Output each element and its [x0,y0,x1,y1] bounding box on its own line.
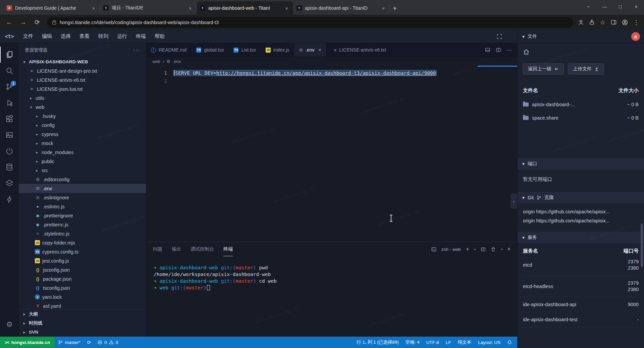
service-row[interactable]: etcd-headless 23792380 [523,276,639,297]
browser-tab-2[interactable]: t 项目 - TitanIDE × [100,1,197,15]
tree-item-yarn-lock[interactable]: yyarn.lock [19,292,146,301]
terminal-output[interactable]: ➜ apisix-dashboard-web git:(master) pwd … [146,256,517,337]
panel-tab-output[interactable]: 输出 [172,242,181,256]
tree-folder-node-modules[interactable]: ▸node_modules [19,148,146,157]
tree-folder-public[interactable]: ▸public [19,157,146,166]
tree-root[interactable]: ▾ APISIX-DASHBOARD-WEB [19,57,146,66]
tree-item-asf-yaml[interactable]: Yasf.yaml [19,301,146,309]
git-remote-row[interactable]: origin https://github.com/apache/apisix.… [523,207,639,216]
maximize-panel-chevron-icon[interactable]: › [501,247,502,252]
tree-folder-cypress[interactable]: ▸cypress [19,130,146,139]
ports-section-header[interactable]: ▾ 端口 [518,158,644,169]
editor-tab-list-tsx[interactable]: TS List.tsx [229,43,261,57]
menu-terminal[interactable]: 终端 [131,30,150,43]
tree-item-copy-folder-mjs[interactable]: JScopy-folder.mjs [19,238,146,247]
problems-status[interactable]: 0 0 [94,337,121,348]
section-svn[interactable]: ▸SVN [19,328,146,337]
indentation-status[interactable]: 空格: 4 [402,337,423,348]
share-icon[interactable] [589,19,595,25]
tree-item-eslintignore[interactable]: ⊘.eslintignore [19,193,146,202]
terminal-shell-select[interactable]: zsh - web [441,247,461,252]
tree-item-prettierrc[interactable]: ◆.prettierrc.js [19,220,146,229]
tree-item-prettierignore[interactable]: ◆.prettierignore [19,211,146,220]
git-remote-row[interactable]: origin https://github.com/apache/apisix.… [523,216,639,225]
panel-tab-terminal[interactable]: 终端 [223,242,233,256]
more-actions-icon[interactable]: ⋯ [506,47,512,53]
editor-tab-readme[interactable]: i README.md [146,43,192,57]
tree-folder-mock[interactable]: ▸mock [19,139,146,148]
translate-icon[interactable]: 文 [579,19,584,25]
tree-item-tsconfig[interactable]: {}tsconfig.json [19,283,146,292]
close-window-button[interactable]: × [628,0,644,13]
editor-tab-index-js[interactable]: JS index.js [261,43,294,57]
browser-menu-icon[interactable]: ⋮ [633,19,639,26]
right-panel-scrollbar[interactable] [641,223,643,267]
power-live-icon[interactable] [0,143,19,159]
tree-folder-utils[interactable]: ▸utils [19,93,146,102]
menu-view[interactable]: 查看 [75,30,94,43]
go-up-button[interactable]: 返回上一级 [523,63,564,75]
section-outline[interactable]: ▸大纲 [19,309,146,319]
settings-gear-icon[interactable]: ⚙ [0,317,19,333]
browser-tab-1[interactable]: A Development Guide | Apache × [3,1,100,15]
run-debug-icon[interactable] [0,95,19,111]
close-tab-icon[interactable]: × [187,5,193,11]
encoding-status[interactable]: UTF-8 [423,337,442,348]
service-row[interactable]: ide-apisix-dashboard-api 9000 [523,297,639,312]
split-terminal-icon[interactable] [481,247,486,252]
media-preview-icon[interactable] [0,127,19,143]
services-section-header[interactable]: ▾ 服务 [518,232,644,243]
user-avatar[interactable]: a [631,32,640,41]
search-icon[interactable] [0,63,19,79]
panel-tab-debug-console[interactable]: 调试控制台 [191,242,214,256]
refresh-button[interactable]: ⟳ [33,18,42,26]
browser-tab-4[interactable]: t apisix-dashboard-api - TitanID × [293,1,390,15]
upload-file-button[interactable]: 上传文件 [568,63,604,75]
sync-icon[interactable]: ⟳ [84,337,94,348]
new-tab-button[interactable]: + [390,3,400,13]
split-editor-icon[interactable] [496,47,501,53]
breadcrumb-file[interactable]: .env [173,59,181,64]
eol-status[interactable]: LF [442,337,454,348]
file-row[interactable]: apisix-dashboard-... ~ 0 B [523,102,639,107]
terminal-dropdown-chevron-icon[interactable]: › [474,247,476,252]
close-tab-icon[interactable]: × [284,5,290,11]
database-icon[interactable] [0,159,19,175]
tree-item-license-antvis-x6[interactable]: ≡LICENSE-antvis-x6.txt [19,75,146,84]
explorer-icon[interactable] [0,47,19,63]
files-section-header[interactable]: ▾ 文件 a [518,30,644,43]
tree-folder-config[interactable]: ▸config [19,121,146,130]
browser-tab-3-active[interactable]: t apisix-dashboard-web - TitanI × [197,1,293,15]
remote-host-indicator[interactable]: >< hongxi.titanide.cn [0,337,55,348]
breadcrumb-folder[interactable]: web [152,59,160,64]
extensions-icon[interactable] [0,111,19,127]
toggle-panel-icon[interactable] [485,47,490,53]
source-control-icon[interactable]: 1 [0,79,19,95]
editor-tab-global-tsx[interactable]: TS global.tsx [192,43,229,57]
menu-selection[interactable]: 选择 [56,30,75,43]
cursor-position-status[interactable]: 行 1, 列 1 (已选择89) [353,337,402,348]
keyboard-layout-status[interactable]: Layout: US [475,337,504,348]
profile-avatar-icon[interactable] [622,19,628,25]
menu-goto[interactable]: 转到 [94,30,113,43]
close-tab-icon[interactable]: × [380,5,386,11]
tab-search-chevron-icon[interactable]: › [581,0,597,13]
layers-icon[interactable] [0,175,19,191]
tree-item-jsconfig[interactable]: {}jsconfig.json [19,265,146,274]
back-button[interactable]: ← [5,19,13,26]
tree-item-license-json-lua[interactable]: ≡LICENSE-json.lua.txt [19,84,146,93]
bell-icon[interactable] [504,337,517,348]
close-tab-icon[interactable]: × [91,5,97,11]
tree-item-env-selected[interactable]: ⚙.env [19,184,146,193]
new-terminal-icon[interactable]: + [466,246,469,253]
editor-tab-license[interactable]: ≡ LICENSE-antvis-x6.txt [329,43,391,57]
close-panel-icon[interactable]: × [507,246,511,252]
tree-item-editorconfig[interactable]: ⚙.editorconfig [19,175,146,184]
tree-item-license-ant-design-pro[interactable]: ≡LICENSE-ant-design-pro.txt [19,66,146,75]
menu-run[interactable]: 运行 [113,30,131,43]
tree-item-stylelintrc[interactable]: ≈.stylelintrc.js [19,229,146,238]
section-timeline[interactable]: ▸时间线 [19,319,146,328]
more-actions-icon[interactable]: ··· [133,47,140,54]
tree-folder-husky[interactable]: ▸.husky [19,112,146,121]
git-section-header[interactable]: ▾ Git 克隆 [518,192,644,203]
